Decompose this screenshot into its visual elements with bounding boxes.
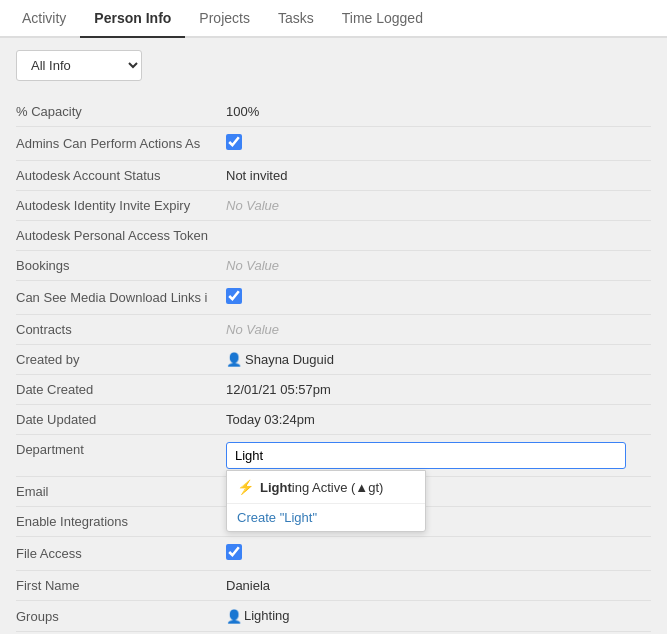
row-label-email: Email xyxy=(16,484,226,499)
row-label-media-download: Can See Media Download Links i xyxy=(16,290,226,305)
row-value-contracts: No Value xyxy=(226,322,651,337)
row-label-bookings: Bookings xyxy=(16,258,226,273)
row-value-file-access xyxy=(226,544,651,563)
row-label-capacity: % Capacity xyxy=(16,104,226,119)
row-label-contracts: Contracts xyxy=(16,322,226,337)
table-row: First Name Daniela xyxy=(16,571,651,601)
table-row: Date Updated Today 03:24pm xyxy=(16,405,651,435)
table-row: Autodesk Identity Invite Expiry No Value xyxy=(16,191,651,221)
table-row: Can See Media Download Links i xyxy=(16,281,651,315)
tab-projects[interactable]: Projects xyxy=(185,0,264,38)
tab-person-info[interactable]: Person Info xyxy=(80,0,185,38)
department-dropdown: ⚡ Lighting Active (▲gt) Create "Light" xyxy=(226,470,426,532)
row-label-created-by: Created by xyxy=(16,352,226,367)
tab-activity[interactable]: Activity xyxy=(8,0,80,38)
created-by-link[interactable]: Shayna Duguid xyxy=(245,352,334,367)
table-row: Admins Can Perform Actions As xyxy=(16,127,651,161)
group-person-icon: 👤 xyxy=(226,609,242,624)
row-label-department: Department xyxy=(16,442,226,457)
row-label-enable-integrations: Enable Integrations xyxy=(16,514,226,529)
row-label-file-access: File Access xyxy=(16,546,226,561)
dept-dropdown-create[interactable]: Create "Light" xyxy=(227,503,425,531)
table-row: Autodesk Account Status Not invited xyxy=(16,161,651,191)
highlight-text: Light xyxy=(260,480,292,495)
tab-time-logged[interactable]: Time Logged xyxy=(328,0,437,38)
row-label-admins-actions: Admins Can Perform Actions As xyxy=(16,136,226,151)
row-label-first-name: First Name xyxy=(16,578,226,593)
row-value-first-name: Daniela xyxy=(226,578,651,593)
table-row: Groups 👤Lighting xyxy=(16,601,651,632)
table-row: Bookings No Value xyxy=(16,251,651,281)
table-row: Created by 👤Shayna Duguid xyxy=(16,345,651,375)
info-table: % Capacity 100% Admins Can Perform Actio… xyxy=(16,97,651,634)
row-value-bookings: No Value xyxy=(226,258,651,273)
row-value-date-updated: Today 03:24pm xyxy=(226,412,651,427)
row-value-groups: 👤Lighting xyxy=(226,608,651,624)
tab-bar: Activity Person Info Projects Tasks Time… xyxy=(0,0,667,38)
department-input[interactable] xyxy=(226,442,626,469)
row-label-date-updated: Date Updated xyxy=(16,412,226,427)
table-row: % Capacity 100% xyxy=(16,97,651,127)
table-row: Autodesk Personal Access Token xyxy=(16,221,651,251)
row-value-autodesk-invite: No Value xyxy=(226,198,651,213)
filter-dropdown-container: All InfoBasic InfoCustom Fields xyxy=(16,50,651,81)
file-access-checkbox[interactable] xyxy=(226,544,242,560)
row-value-autodesk-status: Not invited xyxy=(226,168,651,183)
content-area: All InfoBasic InfoCustom Fields % Capaci… xyxy=(0,38,667,634)
filter-select[interactable]: All InfoBasic InfoCustom Fields xyxy=(16,50,142,81)
admins-actions-checkbox[interactable] xyxy=(226,134,242,150)
row-label-autodesk-token: Autodesk Personal Access Token xyxy=(16,228,226,243)
table-row: File Access xyxy=(16,537,651,571)
icon-gt: ▲ xyxy=(355,480,368,495)
row-value-created-by: 👤Shayna Duguid xyxy=(226,352,651,367)
group-name: Lighting xyxy=(244,608,290,623)
table-row: Date Created 12/01/21 05:57pm xyxy=(16,375,651,405)
row-label-autodesk-invite: Autodesk Identity Invite Expiry xyxy=(16,198,226,213)
row-value-date-created: 12/01/21 05:57pm xyxy=(226,382,651,397)
table-row: Department ⚡ Lighting Active (▲gt) Creat… xyxy=(16,435,651,477)
row-value-media-download xyxy=(226,288,651,307)
lighting-active-icon: ⚡ xyxy=(237,479,254,495)
tab-tasks[interactable]: Tasks xyxy=(264,0,328,38)
row-value-capacity: 100% xyxy=(226,104,651,119)
table-row: Contracts No Value xyxy=(16,315,651,345)
row-label-groups: Groups xyxy=(16,609,226,624)
row-value-admins-actions xyxy=(226,134,651,153)
person-icon: 👤 xyxy=(226,352,242,367)
dept-dropdown-item-lighting[interactable]: ⚡ Lighting Active (▲gt) xyxy=(227,471,425,503)
dept-item-text: Lighting Active (▲gt) xyxy=(260,480,383,495)
department-container: ⚡ Lighting Active (▲gt) Create "Light" xyxy=(226,442,651,469)
row-label-autodesk-status: Autodesk Account Status xyxy=(16,168,226,183)
row-label-date-created: Date Created xyxy=(16,382,226,397)
media-download-checkbox[interactable] xyxy=(226,288,242,304)
